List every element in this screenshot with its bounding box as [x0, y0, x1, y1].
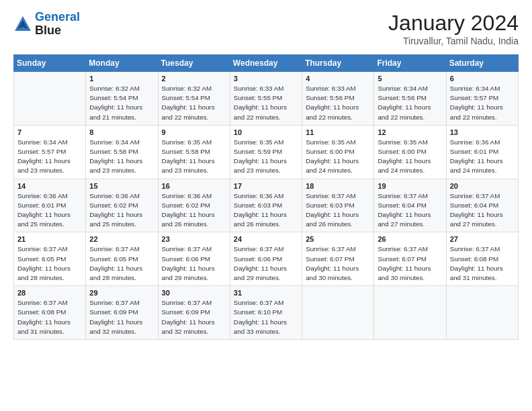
day-number: 7 [17, 128, 82, 136]
weekday-header: Sunday [14, 55, 86, 72]
calendar-cell: 25Sunrise: 6:37 AM Sunset: 6:07 PM Dayli… [302, 232, 374, 286]
day-number: 14 [17, 182, 82, 190]
calendar-cell: 28Sunrise: 6:37 AM Sunset: 6:08 PM Dayli… [14, 286, 86, 340]
calendar-cell: 15Sunrise: 6:36 AM Sunset: 6:02 PM Dayli… [86, 179, 158, 232]
day-number: 28 [17, 289, 82, 297]
day-info: Sunrise: 6:36 AM Sunset: 6:01 PM Dayligh… [450, 138, 515, 176]
calendar-cell: 22Sunrise: 6:37 AM Sunset: 6:05 PM Dayli… [86, 232, 158, 286]
day-info: Sunrise: 6:37 AM Sunset: 6:09 PM Dayligh… [89, 298, 154, 336]
day-info: Sunrise: 6:37 AM Sunset: 6:09 PM Dayligh… [162, 298, 226, 336]
calendar-cell: 9Sunrise: 6:35 AM Sunset: 5:58 PM Daylig… [158, 125, 230, 179]
day-info: Sunrise: 6:37 AM Sunset: 6:05 PM Dayligh… [89, 244, 154, 283]
day-number: 11 [306, 128, 370, 136]
weekday-row: SundayMondayTuesdayWednesdayThursdayFrid… [14, 55, 519, 72]
day-info: Sunrise: 6:37 AM Sunset: 6:05 PM Dayligh… [17, 244, 82, 283]
calendar-cell: 20Sunrise: 6:37 AM Sunset: 6:04 PM Dayli… [446, 179, 518, 232]
day-info: Sunrise: 6:37 AM Sunset: 6:06 PM Dayligh… [234, 244, 298, 283]
day-number: 19 [378, 182, 442, 190]
day-info: Sunrise: 6:37 AM Sunset: 6:07 PM Dayligh… [378, 244, 442, 283]
calendar-cell [302, 286, 374, 340]
day-number: 17 [234, 182, 298, 190]
day-info: Sunrise: 6:34 AM Sunset: 5:56 PM Dayligh… [378, 84, 442, 122]
calendar-cell: 23Sunrise: 6:37 AM Sunset: 6:06 PM Dayli… [158, 232, 230, 286]
calendar-cell: 7Sunrise: 6:34 AM Sunset: 5:57 PM Daylig… [14, 125, 86, 179]
calendar-cell: 2Sunrise: 6:32 AM Sunset: 5:54 PM Daylig… [158, 72, 230, 126]
day-info: Sunrise: 6:37 AM Sunset: 6:08 PM Dayligh… [450, 244, 515, 283]
day-info: Sunrise: 6:37 AM Sunset: 6:08 PM Dayligh… [17, 298, 82, 336]
day-number: 24 [234, 235, 298, 243]
calendar-week-row: 14Sunrise: 6:36 AM Sunset: 6:01 PM Dayli… [14, 179, 519, 232]
day-info: Sunrise: 6:35 AM Sunset: 6:00 PM Dayligh… [378, 138, 442, 176]
day-number: 13 [450, 128, 515, 136]
calendar-week-row: 21Sunrise: 6:37 AM Sunset: 6:05 PM Dayli… [14, 232, 519, 286]
calendar-cell: 3Sunrise: 6:33 AM Sunset: 5:55 PM Daylig… [230, 72, 302, 126]
calendar-body: 1Sunrise: 6:32 AM Sunset: 5:54 PM Daylig… [14, 72, 519, 340]
calendar-cell [374, 286, 446, 340]
day-info: Sunrise: 6:34 AM Sunset: 5:57 PM Dayligh… [450, 84, 515, 122]
day-number: 18 [306, 182, 370, 190]
day-info: Sunrise: 6:37 AM Sunset: 6:03 PM Dayligh… [306, 191, 370, 230]
calendar-week-row: 7Sunrise: 6:34 AM Sunset: 5:57 PM Daylig… [14, 125, 519, 179]
calendar-cell: 10Sunrise: 6:35 AM Sunset: 5:59 PM Dayli… [230, 125, 302, 179]
day-number: 26 [378, 235, 442, 243]
day-number: 10 [234, 128, 298, 136]
calendar-header: SundayMondayTuesdayWednesdayThursdayFrid… [14, 55, 519, 72]
calendar-cell: 8Sunrise: 6:34 AM Sunset: 5:58 PM Daylig… [86, 125, 158, 179]
day-number: 25 [306, 235, 370, 243]
day-number: 12 [378, 128, 442, 136]
calendar-cell: 30Sunrise: 6:37 AM Sunset: 6:09 PM Dayli… [158, 286, 230, 340]
calendar-cell: 1Sunrise: 6:32 AM Sunset: 5:54 PM Daylig… [86, 72, 158, 126]
day-info: Sunrise: 6:37 AM Sunset: 6:06 PM Dayligh… [162, 244, 226, 283]
weekday-header: Friday [374, 55, 446, 72]
day-number: 3 [234, 75, 298, 83]
logo-icon [13, 15, 32, 34]
calendar-cell: 11Sunrise: 6:35 AM Sunset: 6:00 PM Dayli… [302, 125, 374, 179]
day-info: Sunrise: 6:35 AM Sunset: 5:58 PM Dayligh… [162, 138, 226, 176]
day-number: 21 [17, 235, 82, 243]
day-number: 23 [162, 235, 226, 243]
day-number: 15 [89, 182, 154, 190]
month-title: January 2024 [388, 11, 519, 36]
calendar-cell: 5Sunrise: 6:34 AM Sunset: 5:56 PM Daylig… [374, 72, 446, 126]
day-number: 9 [162, 128, 226, 136]
day-number: 16 [162, 182, 226, 190]
weekday-header: Wednesday [230, 55, 302, 72]
page: General Blue January 2024 Tiruvallur, Ta… [0, 0, 532, 411]
day-number: 20 [450, 182, 515, 190]
weekday-header: Saturday [446, 55, 518, 72]
logo-area: General Blue [13, 11, 80, 38]
calendar-cell: 29Sunrise: 6:37 AM Sunset: 6:09 PM Dayli… [86, 286, 158, 340]
day-info: Sunrise: 6:33 AM Sunset: 5:55 PM Dayligh… [234, 84, 298, 122]
calendar-week-row: 1Sunrise: 6:32 AM Sunset: 5:54 PM Daylig… [14, 72, 519, 126]
day-number: 27 [450, 235, 515, 243]
calendar-cell: 12Sunrise: 6:35 AM Sunset: 6:00 PM Dayli… [374, 125, 446, 179]
day-info: Sunrise: 6:37 AM Sunset: 6:10 PM Dayligh… [234, 298, 298, 336]
day-number: 2 [162, 75, 226, 83]
title-area: January 2024 Tiruvallur, Tamil Nadu, Ind… [388, 11, 519, 46]
subtitle: Tiruvallur, Tamil Nadu, India [388, 36, 519, 46]
calendar-week-row: 28Sunrise: 6:37 AM Sunset: 6:08 PM Dayli… [14, 286, 519, 340]
calendar-cell: 31Sunrise: 6:37 AM Sunset: 6:10 PM Dayli… [230, 286, 302, 340]
day-info: Sunrise: 6:35 AM Sunset: 5:59 PM Dayligh… [234, 138, 298, 176]
day-number: 8 [89, 128, 154, 136]
calendar: SundayMondayTuesdayWednesdayThursdayFrid… [13, 54, 519, 340]
calendar-cell: 24Sunrise: 6:37 AM Sunset: 6:06 PM Dayli… [230, 232, 302, 286]
weekday-header: Monday [86, 55, 158, 72]
calendar-cell [14, 72, 86, 126]
calendar-cell: 26Sunrise: 6:37 AM Sunset: 6:07 PM Dayli… [374, 232, 446, 286]
header: General Blue January 2024 Tiruvallur, Ta… [13, 11, 519, 46]
day-info: Sunrise: 6:34 AM Sunset: 5:58 PM Dayligh… [89, 138, 154, 176]
day-info: Sunrise: 6:34 AM Sunset: 5:57 PM Dayligh… [17, 138, 82, 176]
weekday-header: Thursday [302, 55, 374, 72]
weekday-header: Tuesday [158, 55, 230, 72]
calendar-cell: 6Sunrise: 6:34 AM Sunset: 5:57 PM Daylig… [446, 72, 518, 126]
calendar-cell: 4Sunrise: 6:33 AM Sunset: 5:56 PM Daylig… [302, 72, 374, 126]
day-number: 30 [162, 289, 226, 297]
day-info: Sunrise: 6:36 AM Sunset: 6:01 PM Dayligh… [17, 191, 82, 230]
calendar-cell: 17Sunrise: 6:36 AM Sunset: 6:03 PM Dayli… [230, 179, 302, 232]
day-info: Sunrise: 6:35 AM Sunset: 6:00 PM Dayligh… [306, 138, 370, 176]
calendar-cell [446, 286, 518, 340]
day-number: 6 [450, 75, 515, 83]
day-info: Sunrise: 6:37 AM Sunset: 6:04 PM Dayligh… [378, 191, 442, 230]
day-info: Sunrise: 6:33 AM Sunset: 5:56 PM Dayligh… [306, 84, 370, 122]
